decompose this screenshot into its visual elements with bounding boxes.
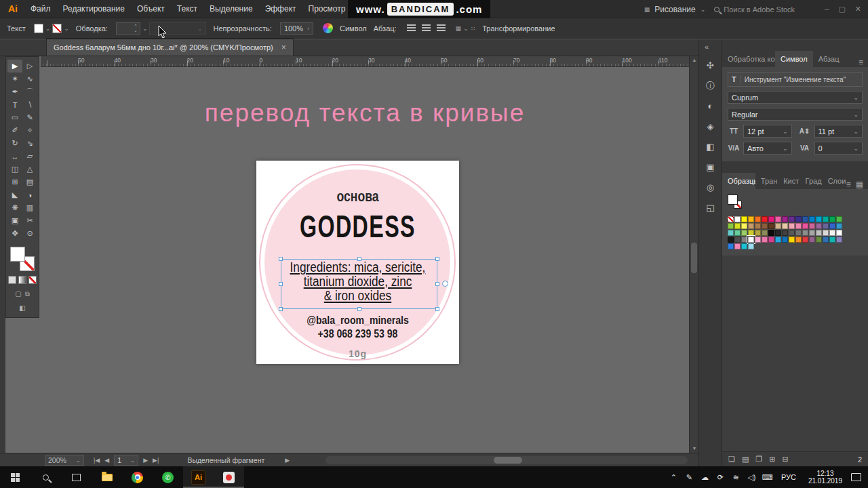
symbol-sprayer-tool[interactable]: ❋	[7, 201, 22, 214]
canvas[interactable]: перевод текста в кривые основа GODDESS I…	[41, 67, 689, 453]
selection-handle[interactable]	[279, 257, 283, 261]
swatch[interactable]	[775, 237, 781, 243]
vertical-scroll-thumb[interactable]	[691, 243, 697, 273]
type-tool[interactable]: T	[7, 98, 22, 111]
document-tab[interactable]: Goddess 6аларум 56мм дно 10г...ai* @ 200…	[46, 39, 294, 56]
kerning-select[interactable]: Авто ⌄	[743, 142, 792, 155]
panel-tab-Абзац[interactable]: Абзац	[813, 51, 845, 67]
swatch[interactable]	[748, 243, 754, 249]
pen-tool[interactable]: ✒	[7, 85, 22, 98]
close-button[interactable]: ✕	[855, 5, 861, 14]
width-tool[interactable]: ↔	[7, 150, 22, 163]
horizontal-scroll-thumb[interactable]	[494, 457, 522, 464]
vertical-scrollbar[interactable]: ▲ ▼	[689, 56, 698, 453]
transform-button[interactable]: Трансформирование	[482, 24, 555, 33]
grid-icon[interactable]: ▦	[456, 25, 462, 32]
menu-item-5[interactable]: Эффект	[259, 0, 302, 18]
swatch[interactable]	[795, 230, 802, 236]
swatch[interactable]	[782, 230, 788, 236]
swatch[interactable]	[816, 230, 822, 236]
maximize-button[interactable]: ▢	[838, 5, 845, 14]
none-button[interactable]	[28, 276, 37, 284]
swatch[interactable]	[809, 223, 815, 229]
dots-icon[interactable]: ⁙	[471, 25, 476, 32]
selection-handle[interactable]	[279, 282, 283, 286]
color-button[interactable]	[8, 276, 16, 284]
export-panel-icon[interactable]: ◱	[701, 199, 721, 217]
next-artboard-button[interactable]: ▶	[143, 457, 148, 464]
swatches-fill-stroke-proxy[interactable]	[728, 195, 748, 214]
swatch[interactable]	[755, 216, 761, 222]
swatch[interactable]	[728, 223, 734, 229]
fill-proxy[interactable]	[728, 195, 738, 205]
draw-normal-icon[interactable]: ▢	[15, 290, 21, 298]
line-segment-tool[interactable]: ∖	[22, 98, 37, 111]
font-size-select[interactable]: 12 pt ⌄	[743, 125, 792, 138]
slice-tool[interactable]: ✂	[22, 214, 37, 227]
menu-item-2[interactable]: Объект	[131, 0, 171, 18]
selection-handle[interactable]	[435, 282, 439, 286]
direct-selection-tool[interactable]: ▷	[22, 60, 37, 73]
panel-menu-icon[interactable]: ≡	[846, 180, 856, 189]
swatch[interactable]	[741, 243, 747, 249]
swatch[interactable]	[802, 237, 808, 243]
chevron-down-icon[interactable]: ⌄	[64, 25, 69, 32]
chevron-down-icon[interactable]: ⌄	[463, 25, 469, 32]
swatch[interactable]	[741, 230, 747, 236]
swatch[interactable]	[823, 223, 829, 229]
panel-tab-Град[interactable]: Град	[800, 173, 823, 189]
keyboard-icon[interactable]: ⌨	[760, 466, 775, 488]
rectangle-tool[interactable]: ▭	[7, 111, 22, 124]
swatch[interactable]	[748, 223, 754, 229]
lasso-tool[interactable]: ∿	[22, 73, 37, 85]
swatch[interactable]	[768, 216, 774, 222]
pencil-tool[interactable]: ✐	[7, 124, 22, 137]
swatch[interactable]	[734, 216, 741, 222]
recolor-artwork-icon[interactable]	[323, 23, 333, 33]
swatch[interactable]	[829, 230, 835, 236]
swatch[interactable]	[762, 237, 768, 243]
blend-tool[interactable]: ◑	[22, 188, 37, 201]
text-outport-handle[interactable]	[442, 281, 448, 287]
language-indicator[interactable]: РУС	[775, 473, 802, 481]
shaper-tool[interactable]: ✧	[22, 124, 37, 137]
swatch[interactable]	[836, 237, 842, 243]
gradient-button[interactable]	[18, 276, 26, 284]
hidden-icons-chevron[interactable]: ⌃	[666, 466, 682, 488]
swatch[interactable]	[789, 230, 795, 236]
swatch[interactable]	[741, 237, 747, 243]
swatch[interactable]	[748, 216, 754, 222]
artboard-tool[interactable]: ▣	[7, 214, 22, 227]
new-swatch-icon[interactable]: ⊞	[769, 455, 775, 464]
swatch[interactable]	[762, 216, 768, 222]
swatch[interactable]	[734, 223, 741, 229]
zoom-select[interactable]: 200% ⌄	[45, 455, 84, 466]
fill-stroke-proxy[interactable]	[10, 247, 35, 271]
cloud-icon[interactable]: ☁	[697, 466, 713, 488]
swatch[interactable]	[768, 230, 774, 236]
swatch[interactable]	[755, 237, 761, 243]
selection-handle[interactable]	[279, 307, 283, 311]
transparency-panel-icon[interactable]: ◧	[701, 138, 721, 156]
wifi-icon[interactable]: ≋	[728, 466, 744, 488]
menu-item-6[interactable]: Просмотр	[302, 0, 352, 18]
sync-icon[interactable]: ⟳	[713, 466, 728, 488]
artboard-number-select[interactable]: 1 ⌄	[114, 455, 138, 466]
whatsapp-button[interactable]: ✆	[153, 466, 183, 488]
last-artboard-button[interactable]: ▶|	[153, 457, 159, 464]
scroll-down-icon[interactable]: ▼	[690, 445, 699, 453]
swatch-kinds-icon[interactable]: ▤	[742, 455, 749, 464]
swatch[interactable]	[775, 216, 781, 222]
illustrator-taskbar-button[interactable]: Ai	[183, 466, 214, 488]
volume-icon[interactable]: ◁)	[744, 466, 760, 488]
task-view-button[interactable]	[61, 466, 92, 488]
swatch[interactable]	[795, 216, 802, 222]
swatch[interactable]	[823, 237, 829, 243]
swatch[interactable]	[816, 223, 822, 229]
delete-swatch-icon[interactable]: ⊟	[782, 455, 788, 464]
selection-handle[interactable]	[357, 257, 361, 261]
leading-select[interactable]: 11 pt ⌄	[814, 125, 863, 138]
perspective-grid-tool[interactable]: △	[22, 163, 37, 176]
selection-bounding-box[interactable]	[281, 259, 437, 309]
swatch[interactable]	[762, 223, 768, 229]
